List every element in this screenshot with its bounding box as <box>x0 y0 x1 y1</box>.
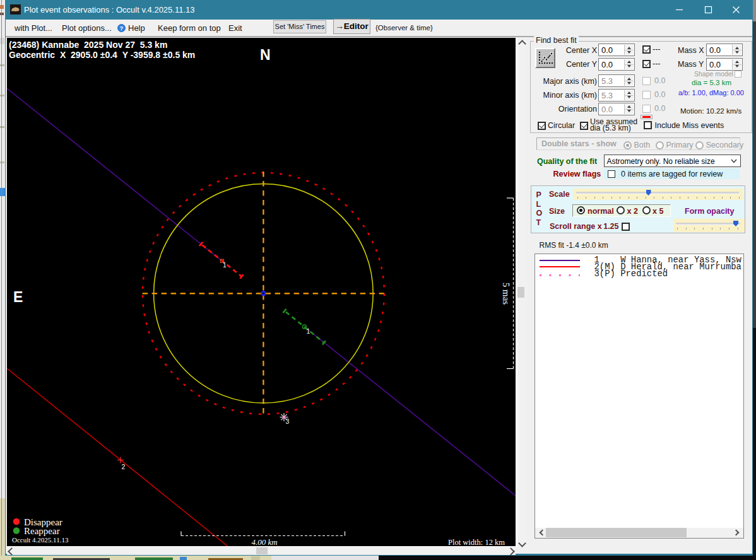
svg-text:Occult 4.2025.11.13: Occult 4.2025.11.13 <box>12 536 69 544</box>
svg-text:?: ? <box>120 25 124 32</box>
svg-text:(23468) Kannabe 2025 Nov 27: (23468) Kannabe 2025 Nov 27 5.3 km <box>9 40 167 50</box>
svg-text:Reappear: Reappear <box>24 526 60 536</box>
svg-text:4.00 km: 4.00 km <box>252 537 278 546</box>
svg-text:1: 1 <box>223 261 227 269</box>
svg-text:E: E <box>13 289 23 305</box>
svg-text:5 mas: 5 mas <box>501 283 511 305</box>
svg-text:2: 2 <box>122 463 126 470</box>
svg-text:Geocentric X 2905.0 ±0.4 Y: Geocentric X 2905.0 ±0.4 Y -3959.8 ±0.5 … <box>9 50 195 60</box>
svg-text:3: 3 <box>286 417 290 425</box>
svg-text:1: 1 <box>307 327 310 335</box>
svg-text:Plot width: 12 km: Plot width: 12 km <box>448 538 505 546</box>
svg-text:N: N <box>260 47 271 63</box>
